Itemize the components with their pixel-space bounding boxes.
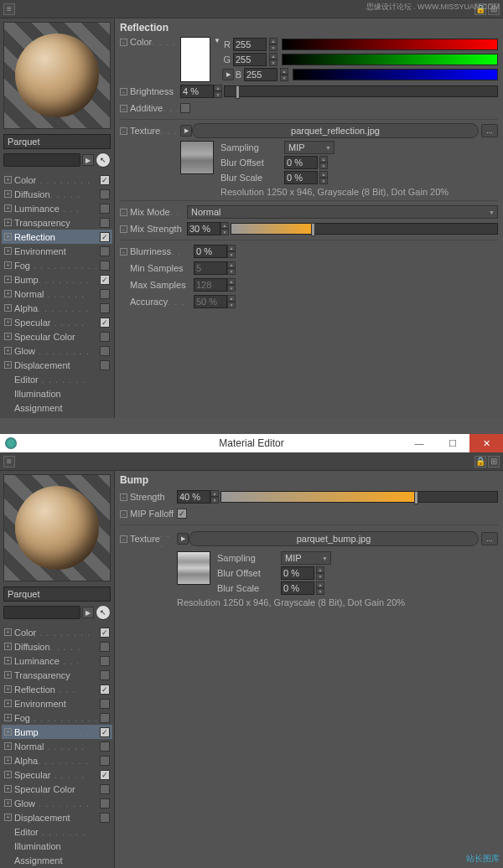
channel-glow[interactable]: +Glow . . . . . . . . (2, 344, 112, 358)
mipfalloff-checkbox[interactable]: ✓ (177, 509, 187, 519)
g-field[interactable]: 255 (233, 53, 267, 66)
channel-environment[interactable]: +Environment (2, 696, 112, 710)
r-field[interactable]: 255 (233, 38, 267, 51)
texture-file[interactable]: parquet_reflection.jpg (192, 123, 479, 138)
brightness-spinner[interactable]: ▲▼ (214, 85, 222, 98)
close-button[interactable]: ✕ (469, 434, 503, 452)
channel-illumination[interactable]: Illumination (2, 839, 112, 853)
sampling-dropdown[interactable]: MIP▼ (284, 141, 334, 154)
channel-alpha[interactable]: +Alpha. . . . . . . . (2, 301, 112, 315)
texture-menu-button[interactable]: ▶ (177, 533, 189, 545)
strength-slider[interactable] (220, 491, 498, 503)
browse-button[interactable]: ... (481, 124, 498, 137)
section-title: Bump (120, 474, 498, 486)
watermark: 思缘设计论坛 . WWW.MISSYUAN.COM (366, 2, 500, 13)
r-slider[interactable] (282, 39, 498, 50)
texture-file[interactable]: parquet_bump.jpg (189, 531, 479, 546)
additive-checkbox[interactable] (180, 103, 190, 113)
menu-icon[interactable]: ≡ (3, 456, 15, 468)
resolution-text: Resolution 1250 x 946, Grayscale (8 Bit)… (177, 597, 498, 607)
blurriness-field[interactable]: 0 % (194, 245, 227, 258)
channel-color[interactable]: +Color . . . . . . . .✓ (2, 173, 112, 187)
brightness-field[interactable]: 4 % (180, 85, 214, 98)
lock-icon[interactable]: 🔒 (474, 456, 486, 468)
blurscale-field[interactable]: 0 % (281, 581, 314, 595)
channel-fog[interactable]: +Fog . . . . . . . . . . (2, 710, 112, 725)
titlebar[interactable]: Material Editor — ☐ ✕ (0, 434, 503, 452)
material-preview[interactable] (3, 474, 111, 581)
cursor-icon[interactable]: ↖ (96, 152, 111, 168)
channel-reflection[interactable]: +Reflection . . .✓ (2, 230, 112, 244)
channel-luminance[interactable]: +Luminance . . . (2, 201, 112, 215)
reflection-panel: Reflection -Color . . . . ▼ R 255 ▲▼ G 2… (114, 18, 503, 418)
channel-bump[interactable]: +Bump. . . . . . . .✓ (2, 272, 112, 287)
channel-editor[interactable]: Editor . . . . . . . (2, 824, 112, 839)
channel-displacement[interactable]: +Displacement (2, 358, 112, 372)
material-editor-window-2: Material Editor — ☐ ✕ ≡ 🔒 ⊞ Parquet ▶ ↖ … (0, 434, 503, 868)
channel-list: +Color . . . . . . . .✓+Diffusion. . . .… (2, 173, 112, 415)
channel-specular-color[interactable]: +Specular Color (2, 329, 112, 344)
resolution-text: Resolution 1250 x 946, Grayscale (8 Bit)… (220, 187, 498, 197)
channel-transparency[interactable]: +Transparency (2, 215, 112, 230)
b-slider[interactable] (293, 69, 498, 80)
channel-assignment[interactable]: Assignment (2, 400, 112, 415)
bluroffset-field[interactable]: 0 % (284, 156, 318, 169)
r-spinner[interactable]: ▲▼ (269, 38, 277, 51)
material-name-field[interactable]: Parquet (3, 586, 111, 602)
search-go-button[interactable]: ▶ (82, 154, 94, 166)
color-swatch[interactable] (180, 37, 210, 82)
search-input[interactable] (3, 606, 80, 619)
channel-fog[interactable]: +Fog . . . . . . . . . . (2, 258, 112, 272)
material-name-field[interactable]: Parquet (3, 134, 111, 149)
texture-thumbnail[interactable] (180, 141, 214, 174)
browse-button[interactable]: ... (481, 532, 498, 545)
channel-reflection[interactable]: +Reflection . . .✓ (2, 682, 112, 696)
channel-specular-color[interactable]: +Specular Color (2, 782, 112, 796)
sampling-dropdown[interactable]: MIP▼ (281, 551, 331, 565)
channel-diffusion[interactable]: +Diffusion. . . . . (2, 187, 112, 201)
channel-normal[interactable]: +Normal . . . . . . (2, 739, 112, 753)
minimize-button[interactable]: — (402, 434, 436, 452)
channel-illumination[interactable]: Illumination (2, 386, 112, 400)
color-mode-button[interactable]: ▶ (222, 69, 234, 80)
minsamples-field: 5 (194, 261, 227, 275)
maxsamples-field: 128 (194, 278, 227, 292)
channel-assignment[interactable]: Assignment (2, 853, 112, 867)
b-field[interactable]: 255 (244, 68, 277, 81)
channel-glow[interactable]: +Glow . . . . . . . . (2, 796, 112, 810)
channel-editor[interactable]: Editor . . . . . . . (2, 372, 112, 386)
mixstrength-slider[interactable] (231, 223, 498, 235)
channel-bump[interactable]: +Bump. . . . . . . .✓ (2, 725, 112, 739)
channel-luminance[interactable]: +Luminance . . . (2, 654, 112, 668)
g-slider[interactable] (282, 54, 498, 65)
search-input[interactable] (3, 153, 80, 167)
texture-thumbnail[interactable] (177, 551, 210, 585)
cursor-icon[interactable]: ↖ (96, 605, 111, 620)
sidebar: Parquet ▶ ↖ +Color . . . . . . . .✓+Diff… (0, 471, 114, 868)
bluroffset-field[interactable]: 0 % (281, 566, 314, 580)
maximize-button[interactable]: ☐ (436, 434, 469, 452)
channel-transparency[interactable]: +Transparency (2, 668, 112, 682)
channel-normal[interactable]: +Normal . . . . . . (2, 287, 112, 301)
brightness-slider[interactable] (224, 85, 498, 97)
texture-menu-button[interactable]: ▶ (180, 125, 192, 137)
channel-specular[interactable]: +Specular . . . . .✓ (2, 315, 112, 329)
channel-alpha[interactable]: +Alpha. . . . . . . . (2, 753, 112, 767)
search-go-button[interactable]: ▶ (82, 607, 94, 618)
channel-specular[interactable]: +Specular . . . . .✓ (2, 767, 112, 782)
channel-environment[interactable]: +Environment (2, 244, 112, 258)
func-icon[interactable]: ⊞ (488, 456, 500, 468)
blurscale-field[interactable]: 0 % (284, 171, 318, 184)
b-spinner[interactable]: ▲▼ (280, 68, 288, 81)
g-spinner[interactable]: ▲▼ (269, 53, 277, 66)
channel-displacement[interactable]: +Displacement (2, 810, 112, 824)
mixmode-dropdown[interactable]: Normal▼ (187, 205, 498, 219)
channel-diffusion[interactable]: +Diffusion. . . . . (2, 639, 112, 654)
mixstrength-field[interactable]: 30 % (187, 222, 220, 235)
strength-field[interactable]: 40 % (177, 490, 210, 504)
menu-icon[interactable]: ≡ (3, 3, 15, 15)
material-preview[interactable] (3, 22, 111, 129)
channel-list: +Color . . . . . . . .✓+Diffusion. . . .… (2, 625, 112, 867)
section-title: Reflection (120, 22, 498, 34)
channel-color[interactable]: +Color . . . . . . . .✓ (2, 625, 112, 639)
